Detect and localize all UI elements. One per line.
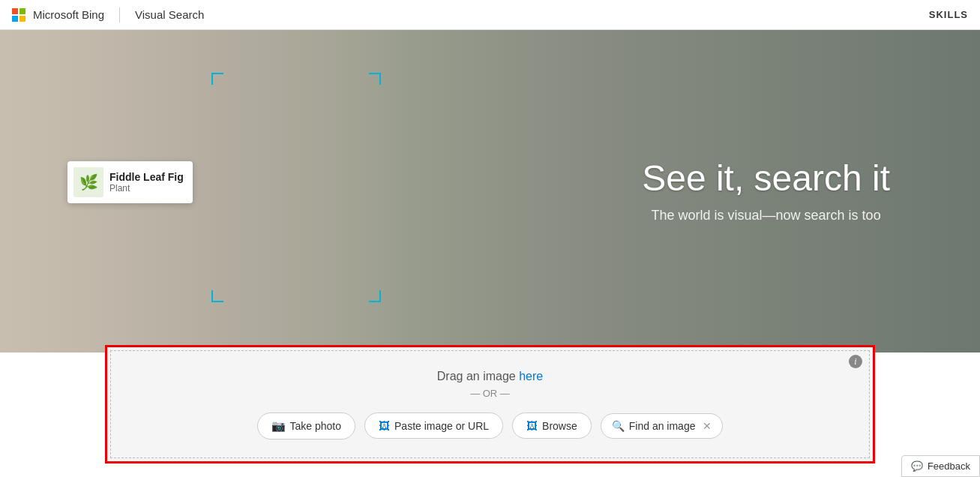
feedback-label: Feedback <box>928 460 970 472</box>
search-icon: 🔍 <box>612 420 625 432</box>
plant-type: Plant <box>109 183 184 194</box>
take-photo-button[interactable]: 📷 Take photo <box>257 412 356 440</box>
microsoft-logo <box>12 8 25 22</box>
close-icon[interactable]: ✕ <box>703 420 712 432</box>
dashed-border <box>110 350 870 458</box>
paste-url-button[interactable]: 🖼 Paste image or URL <box>364 412 503 439</box>
plant-name: Fiddle Leaf Fig <box>109 171 184 183</box>
hero-text: See it, search it The world is visual—no… <box>642 159 890 224</box>
info-icon[interactable]: i <box>849 355 862 368</box>
header: Microsoft Bing Visual Search SKILLS <box>0 0 980 30</box>
ms-logo-red <box>12 8 18 14</box>
plant-info: Fiddle Leaf Fig Plant <box>109 171 184 194</box>
header-divider <box>119 8 120 22</box>
corner-br <box>369 290 381 302</box>
plant-thumbnail: 🌿 <box>73 167 103 197</box>
logo-area: Microsoft Bing Visual Search <box>12 8 204 22</box>
drag-text-here: here <box>519 370 543 382</box>
corner-bl <box>211 290 223 302</box>
action-buttons: 📷 Take photo 🖼 Paste image or URL 🖼 Brow… <box>257 412 724 440</box>
skills-button[interactable]: SKILLS <box>929 9 968 20</box>
plant-tooltip[interactable]: 🌿 Fiddle Leaf Fig Plant <box>67 161 193 203</box>
search-panel: i Drag an image here — OR — 📷 Take photo… <box>105 345 875 464</box>
browse-button[interactable]: 🖼 Browse <box>512 412 592 439</box>
or-divider: — OR — <box>470 388 510 399</box>
paste-url-label: Paste image or URL <box>394 420 489 432</box>
corner-tl <box>211 73 223 85</box>
browse-icon: 🖼 <box>526 419 538 432</box>
ms-logo-yellow <box>19 16 25 22</box>
feedback-icon: 💬 <box>911 460 923 472</box>
hero-section: 🌿 Fiddle Leaf Fig Plant See it, search i… <box>0 30 980 352</box>
drag-text-prefix: Drag an image <box>437 370 519 382</box>
browse-label: Browse <box>542 420 577 432</box>
ms-logo-green <box>19 8 25 14</box>
selection-box <box>210 71 382 304</box>
drag-text: Drag an image here <box>437 370 543 383</box>
bing-label: Microsoft Bing <box>33 8 104 21</box>
ms-logo-blue <box>12 16 18 22</box>
find-image-label: Find an image <box>629 420 696 432</box>
paste-icon: 🖼 <box>379 419 390 432</box>
hero-headline: See it, search it <box>642 159 890 199</box>
take-photo-label: Take photo <box>290 420 342 432</box>
corner-tr <box>369 73 381 85</box>
feedback-button[interactable]: 💬 Feedback <box>901 455 980 477</box>
page-title: Visual Search <box>135 8 204 21</box>
camera-icon: 📷 <box>271 419 286 433</box>
find-image-button[interactable]: 🔍 Find an image ✕ <box>601 413 724 439</box>
hero-subtext: The world is visual—now search is too <box>642 208 890 224</box>
